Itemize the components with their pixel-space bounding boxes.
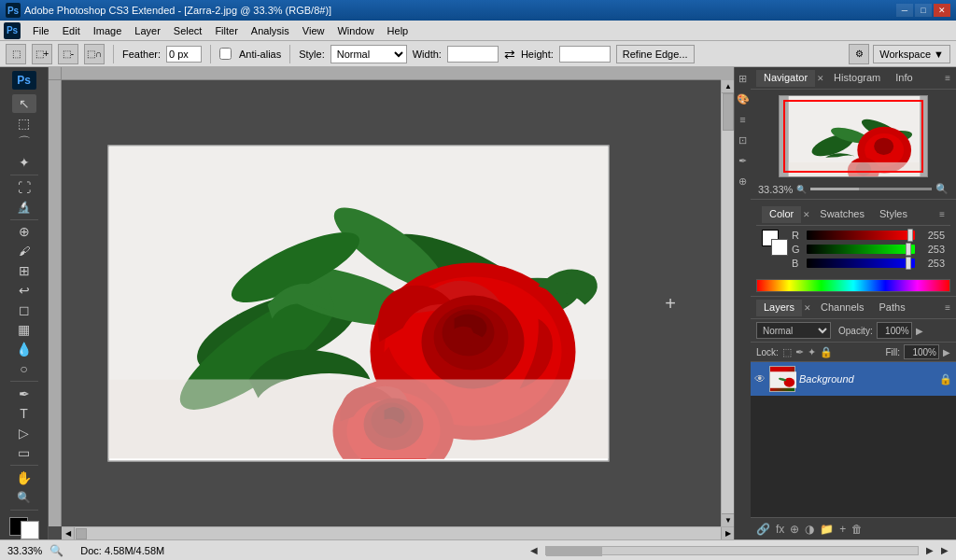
scroll-down-btn[interactable]: ▼ — [722, 513, 734, 526]
b-slider[interactable] — [807, 259, 915, 268]
maximize-button[interactable]: □ — [915, 4, 932, 17]
navigator-panel-menu[interactable]: ≡ — [945, 73, 950, 83]
b-handle[interactable] — [906, 257, 911, 270]
scroll-left-btn[interactable]: ◀ — [62, 527, 75, 540]
r-slider[interactable] — [807, 231, 915, 240]
brush-tool[interactable]: 🖌 — [12, 242, 36, 260]
menu-edit[interactable]: Edit — [56, 23, 87, 38]
selection-mode-btn[interactable]: ⬚ — [6, 44, 26, 64]
feather-input[interactable] — [166, 46, 202, 63]
tab-channels[interactable]: Channels — [813, 300, 871, 316]
horizontal-scrollbar[interactable]: ◀ ▶ — [62, 526, 734, 539]
intersect-selection-btn[interactable]: ⬚∩ — [84, 44, 105, 64]
brush-settings-icon[interactable]: ✒ — [736, 153, 751, 168]
g-slider[interactable] — [807, 245, 915, 254]
style-select[interactable]: Normal Fixed Ratio Fixed Size — [330, 45, 407, 63]
delete-layer-icon[interactable]: 🗑 — [851, 523, 863, 536]
type-tool[interactable]: T — [12, 404, 36, 423]
layer-mask-icon[interactable]: ⊕ — [790, 523, 799, 536]
lock-transparency-icon[interactable]: ⬚ — [782, 346, 792, 358]
zoom-out-icon[interactable]: 🔍 — [796, 185, 807, 194]
zoom-tool[interactable]: 🔍 — [12, 488, 36, 507]
r-handle[interactable] — [907, 229, 913, 242]
add-selection-btn[interactable]: ⬚+ — [32, 44, 52, 64]
nav-close-x[interactable]: ✕ — [817, 74, 824, 83]
layer-group-icon[interactable]: 📁 — [820, 523, 834, 536]
layer-visibility-icon[interactable]: 👁 — [754, 372, 766, 385]
scroll-up-btn[interactable]: ▲ — [722, 80, 734, 93]
lock-paint-icon[interactable]: ✒ — [795, 346, 804, 358]
color-panel-menu[interactable]: ≡ — [939, 209, 945, 219]
heal-tool[interactable]: ⊕ — [12, 222, 36, 241]
background-layer-row[interactable]: 👁 Background 🔒 — [751, 362, 956, 396]
menu-select[interactable]: Select — [167, 23, 209, 38]
status-arrow[interactable]: ▶ — [941, 545, 949, 555]
menu-window[interactable]: Window — [330, 23, 380, 38]
g-handle[interactable] — [906, 243, 911, 256]
lock-move-icon[interactable]: ✦ — [808, 346, 816, 358]
eraser-tool[interactable]: ◻ — [12, 301, 36, 319]
color-close-x[interactable]: ✕ — [803, 210, 810, 219]
bg-color[interactable] — [21, 521, 39, 539]
tab-paths[interactable]: Paths — [872, 300, 913, 316]
move-tool[interactable]: ↖ — [12, 94, 36, 113]
adjustment-layer-icon[interactable]: ◑ — [805, 523, 814, 536]
navigator-icon[interactable]: ⊞ — [736, 71, 751, 86]
scroll-right-btn[interactable]: ▶ — [721, 527, 734, 540]
tab-color[interactable]: Color — [762, 206, 801, 223]
marquee-tool[interactable]: ⬚ — [12, 114, 36, 133]
dodge-tool[interactable]: ○ — [12, 359, 36, 378]
tab-swatches[interactable]: Swatches — [812, 206, 872, 223]
menu-layer[interactable]: Layer — [128, 23, 167, 38]
fill-input[interactable] — [904, 344, 939, 359]
layers-icon[interactable]: ≡ — [736, 112, 751, 127]
crop-tool[interactable]: ⛶ — [12, 178, 36, 197]
link-layers-icon[interactable]: 🔗 — [756, 523, 770, 536]
zoom-in-icon[interactable]: 🔍 — [935, 183, 949, 195]
hand-tool[interactable]: ✋ — [12, 469, 36, 487]
fill-arrow[interactable]: ▶ — [943, 347, 950, 357]
height-input[interactable] — [559, 46, 611, 63]
tab-histogram[interactable]: Histogram — [826, 70, 888, 87]
color-swatches[interactable] — [9, 517, 39, 540]
tab-info[interactable]: Info — [888, 70, 920, 87]
shape-tool[interactable]: ▭ — [12, 443, 36, 462]
h-scroll-thumb[interactable] — [76, 528, 87, 539]
status-scroll-left[interactable]: ◀ — [530, 545, 538, 555]
history-brush-tool[interactable]: ↩ — [12, 281, 36, 300]
menu-view[interactable]: View — [296, 23, 331, 38]
width-input[interactable] — [447, 46, 499, 63]
image-canvas[interactable] — [108, 147, 608, 459]
tab-styles[interactable]: Styles — [872, 206, 915, 223]
tab-layers[interactable]: Layers — [756, 300, 802, 316]
color-icon[interactable]: 🎨 — [736, 91, 751, 106]
menu-file[interactable]: File — [26, 23, 56, 38]
layer-effects-icon[interactable]: fx — [776, 523, 784, 536]
blur-tool[interactable]: 💧 — [12, 340, 36, 358]
layers-close-x[interactable]: ✕ — [804, 303, 811, 313]
workspace-button[interactable]: Workspace ▼ — [873, 45, 950, 63]
scroll-thumb[interactable] — [723, 93, 734, 131]
bg-swatch[interactable] — [771, 239, 788, 256]
tab-navigator[interactable]: Navigator — [756, 70, 815, 87]
eyedropper-tool[interactable]: 🔬 — [12, 198, 36, 217]
adjust-icon[interactable]: ⊡ — [736, 133, 751, 147]
status-scrollbar[interactable] — [545, 546, 919, 555]
menu-analysis[interactable]: Analysis — [245, 23, 296, 38]
color-spectrum[interactable] — [756, 279, 950, 292]
status-zoom-icon[interactable]: 🔍 — [49, 544, 63, 557]
magic-wand-tool[interactable]: ✦ — [12, 153, 36, 172]
swap-icon[interactable]: ⇄ — [504, 47, 515, 62]
opacity-arrow[interactable]: ▶ — [916, 326, 923, 336]
blend-mode-select[interactable]: Normal — [756, 322, 831, 339]
pen-tool[interactable]: ✒ — [12, 385, 36, 403]
close-button[interactable]: ✕ — [934, 4, 950, 17]
lasso-tool[interactable]: ⌒ — [12, 133, 36, 152]
options-icon[interactable]: ⚙ — [849, 44, 869, 64]
menu-image[interactable]: Image — [87, 23, 129, 38]
status-scroll-right[interactable]: ▶ — [926, 545, 934, 555]
vertical-scrollbar[interactable]: ▲ ▼ — [721, 80, 734, 526]
stamp-tool[interactable]: ⊞ — [12, 261, 36, 280]
lock-all-icon[interactable]: 🔒 — [820, 346, 833, 358]
clone-source-icon[interactable]: ⊕ — [736, 174, 751, 189]
